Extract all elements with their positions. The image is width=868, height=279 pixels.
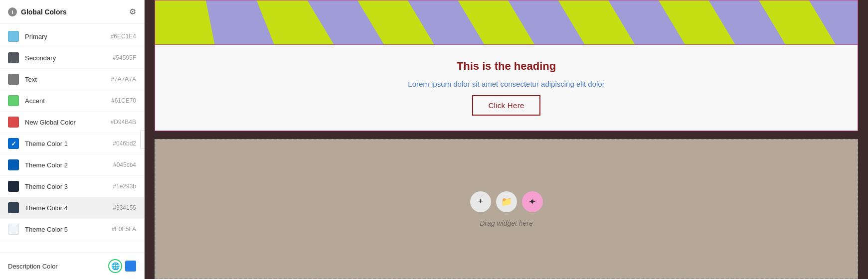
drag-widget-text: Drag widget here <box>480 219 533 227</box>
color-hex-accent: #61CE70 <box>111 97 136 104</box>
color-hex-primary: #6EC1E4 <box>111 33 136 40</box>
canvas-content-section: This is the heading Lorem ipsum dolor si… <box>155 45 858 131</box>
panel-header-left: i Global Colors <box>8 7 67 16</box>
panel-header: i Global Colors ⚙ <box>0 0 144 24</box>
color-swatch-primary <box>8 31 19 42</box>
add-widget-button[interactable]: + <box>470 191 491 212</box>
color-swatch-secondary <box>8 52 19 63</box>
color-hex-text: #7A7A7A <box>111 76 136 83</box>
color-item-theme-color-4[interactable]: Theme Color 4#334155 <box>0 197 144 219</box>
color-item-theme-color-1[interactable]: Theme Color 1#046bd2 <box>0 133 144 154</box>
color-name-theme-color-1: Theme Color 1 <box>25 140 113 147</box>
color-name-secondary: Secondary <box>25 54 113 62</box>
folder-icon: 📁 <box>501 196 512 207</box>
description-color-row: Description Color 🌐 <box>0 253 144 279</box>
color-hex-new-global: #D94B4B <box>111 119 136 126</box>
color-item-theme-color-5[interactable]: Theme Color 5#F0F5FA <box>0 219 144 240</box>
main-canvas: This is the heading Lorem ipsum dolor si… <box>145 0 868 279</box>
color-swatch-theme-color-3 <box>8 181 19 192</box>
global-colors-panel: i Global Colors ⚙ Primary#6EC1E4Secondar… <box>0 0 145 279</box>
widget-buttons-group: + 📁 ✦ <box>470 191 543 212</box>
color-swatch-theme-color-2 <box>8 159 19 170</box>
color-swatch-theme-color-5 <box>8 224 19 235</box>
color-hex-theme-color-1: #046bd2 <box>113 140 136 147</box>
globe-symbol: 🌐 <box>111 262 120 270</box>
color-name-primary: Primary <box>25 33 111 40</box>
color-hex-theme-color-4: #334155 <box>113 204 136 211</box>
color-name-accent: Accent <box>25 97 111 105</box>
canvas-drop-zone: + 📁 ✦ Drag widget here <box>155 139 858 279</box>
color-item-primary[interactable]: Primary#6EC1E4 <box>0 26 144 47</box>
panel-title: Global Colors <box>21 8 67 16</box>
color-list: Primary#6EC1E4Secondary#54595FText#7A7A7… <box>0 24 144 253</box>
panel-collapse-handle[interactable]: ‹ <box>140 131 145 148</box>
info-icon: i <box>8 7 17 16</box>
color-item-text[interactable]: Text#7A7A7A <box>0 69 144 90</box>
content-subtext: Lorem ipsum dolor sit amet consectetur a… <box>408 80 604 88</box>
color-name-theme-color-5: Theme Color 5 <box>25 226 112 233</box>
color-name-theme-color-3: Theme Color 3 <box>25 183 113 190</box>
color-swatch-theme-color-1 <box>8 138 19 149</box>
color-swatch-text <box>8 74 19 85</box>
color-hex-secondary: #54595F <box>113 54 136 61</box>
magic-widget-button[interactable]: ✦ <box>522 191 543 212</box>
color-hex-theme-color-5: #F0F5FA <box>112 226 136 233</box>
magic-icon: ✦ <box>528 196 536 207</box>
gear-icon[interactable]: ⚙ <box>129 7 136 16</box>
color-name-new-global: New Global Color <box>25 119 111 126</box>
description-color-label: Description Color <box>8 263 108 270</box>
color-hex-theme-color-3: #1e293b <box>113 183 136 190</box>
color-name-theme-color-4: Theme Color 4 <box>25 204 113 212</box>
description-globe-icon[interactable]: 🌐 <box>108 259 122 273</box>
decorative-svg <box>155 0 858 44</box>
color-item-accent[interactable]: Accent#61CE70 <box>0 90 144 112</box>
color-swatch-accent <box>8 95 19 106</box>
color-item-secondary[interactable]: Secondary#54595F <box>0 47 144 69</box>
color-swatch-new-global <box>8 117 19 128</box>
content-heading: This is the heading <box>457 60 556 73</box>
color-name-text: Text <box>25 76 111 83</box>
color-item-new-global[interactable]: New Global Color#D94B4B <box>0 112 144 133</box>
canvas-top-banner <box>155 0 858 45</box>
color-item-theme-color-3[interactable]: Theme Color 3#1e293b <box>0 176 144 197</box>
click-here-button[interactable]: Click Here <box>472 95 540 116</box>
color-name-theme-color-2: Theme Color 2 <box>25 161 113 169</box>
peace-symbol-container <box>155 0 858 44</box>
color-hex-theme-color-2: #045cb4 <box>113 161 136 168</box>
color-swatch-theme-color-4 <box>8 202 19 213</box>
color-item-theme-color-2[interactable]: Theme Color 2#045cb4 <box>0 154 144 176</box>
folder-widget-button[interactable]: 📁 <box>496 191 517 212</box>
description-blue-swatch[interactable] <box>125 261 136 272</box>
